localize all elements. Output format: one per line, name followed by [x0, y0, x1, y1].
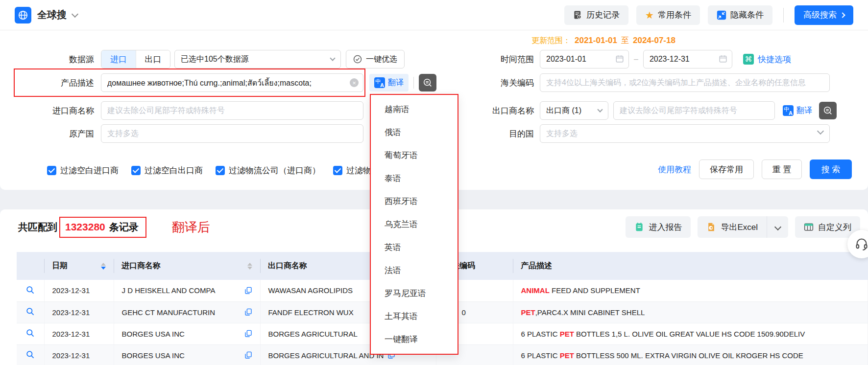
annotation-count-box: 1323280 条记录 — [59, 217, 146, 238]
menu-item-vietnamese[interactable]: 越南语 — [371, 98, 458, 121]
destination-field[interactable] — [540, 124, 830, 143]
product-desc-input[interactable] — [101, 73, 363, 92]
menu-item-turkish[interactable]: 土耳其语 — [371, 305, 458, 328]
one-key-optimize-button[interactable]: 一键优选 — [346, 50, 405, 68]
header-product-desc[interactable]: 产品描述 — [513, 252, 868, 280]
clear-icon[interactable]: × — [350, 78, 359, 87]
cell-product-desc: PET,PARC4.X MINI CABINET SHELL — [513, 301, 868, 323]
tutorial-link[interactable]: 使用教程 — [658, 164, 691, 175]
excel-file-icon — [706, 222, 716, 232]
results-actions: 进入报告 导出Excel — [626, 216, 860, 238]
filter-blank-importer[interactable]: 过滤空白进口商 — [47, 165, 119, 176]
menu-item-russian[interactable]: 俄语 — [371, 121, 458, 144]
filter-logistics-importer[interactable]: 过滤物流公司（进口商） — [216, 165, 320, 176]
app-switch-chevron-down-icon[interactable] — [72, 10, 78, 17]
globe-logo-icon — [15, 7, 31, 23]
product-desc-field[interactable]: × — [101, 73, 363, 92]
translate-icon — [783, 105, 794, 116]
search-button[interactable]: 搜 索 — [810, 160, 852, 179]
header-importer[interactable]: 进口商名称 — [114, 252, 260, 280]
menu-item-portuguese[interactable]: 葡萄牙语 — [371, 144, 458, 167]
calendar-icon — [719, 54, 727, 63]
chevron-down-icon — [597, 107, 603, 112]
cell-date: 2023-12-31 — [44, 323, 114, 344]
menu-item-romanian[interactable]: 罗马尼亚语 — [371, 282, 458, 305]
history-button[interactable]: 历史记录 — [564, 5, 628, 25]
highlight-keyword: PET — [560, 351, 574, 360]
row-detail-search-icon[interactable] — [25, 307, 35, 316]
update-range-label: 更新范围： — [531, 36, 571, 46]
menu-item-english[interactable]: 英语 — [371, 236, 458, 259]
checkbox-checked-icon[interactable] — [47, 166, 56, 175]
destination-input[interactable] — [540, 124, 830, 143]
checkbox-checked-icon[interactable] — [131, 166, 141, 175]
copy-icon[interactable] — [244, 287, 252, 295]
date-separator: – — [634, 55, 638, 64]
row-detail-search-icon[interactable] — [25, 350, 35, 359]
checkbox-checked-icon[interactable] — [216, 166, 225, 175]
checkbox-checked-icon[interactable] — [333, 166, 342, 175]
favorites-label: 常用条件 — [658, 9, 691, 21]
update-range: 更新范围： 2021-01-01 至 2024-07-18 — [531, 34, 675, 47]
save-favorite-button[interactable]: 保存常用 — [699, 160, 754, 179]
headset-icon — [855, 237, 868, 251]
menu-item-spanish[interactable]: 西班牙语 — [371, 190, 458, 213]
export-excel-label: 导出Excel — [721, 222, 758, 233]
row-detail-search-icon[interactable] — [25, 285, 35, 295]
menu-item-one-key-translate[interactable]: 一键翻译 — [371, 328, 458, 351]
cell-date: 2023-12-31 — [44, 344, 114, 365]
advanced-search-button[interactable]: 高级搜索 — [795, 5, 853, 25]
exporter-translate-button[interactable]: 翻译 — [783, 105, 812, 116]
filter-blank-exporter[interactable]: 过滤空白出口商 — [131, 165, 203, 176]
tab-import[interactable]: 进口 — [101, 50, 136, 68]
importer-input[interactable] — [101, 101, 363, 120]
translated-search-icon[interactable] — [819, 102, 837, 119]
translated-search-icon[interactable] — [419, 74, 436, 91]
export-split-button: 导出Excel — [698, 216, 788, 238]
hide-conditions-button[interactable]: 隐藏条件 — [708, 5, 772, 25]
highlight-keyword: PET — [560, 330, 574, 338]
chevron-right-icon — [840, 12, 845, 18]
date-to-field[interactable] — [643, 50, 732, 68]
hs-code-input[interactable] — [540, 73, 830, 92]
highlight-keyword: ANIMAL — [521, 286, 550, 295]
export-excel-button[interactable]: 导出Excel — [698, 216, 767, 238]
exporter-type-select[interactable]: 出口商 (1) — [540, 101, 608, 120]
data-source-select[interactable]: 已选中105个数据源 — [174, 50, 341, 68]
enter-report-button[interactable]: 进入报告 — [626, 216, 691, 238]
cell-importer: BORGES USA INC — [114, 344, 260, 365]
topbar-divider — [783, 8, 784, 23]
header-date[interactable]: 日期 — [44, 252, 114, 280]
importer-label: 进口商名称 — [15, 105, 94, 116]
tab-export[interactable]: 出口 — [136, 50, 170, 68]
export-options-chevron[interactable] — [767, 216, 788, 238]
exporter-input[interactable] — [613, 101, 775, 120]
menu-item-thai[interactable]: 泰语 — [371, 167, 458, 190]
translate-button[interactable]: 翻译 — [369, 74, 409, 91]
copy-icon[interactable] — [244, 351, 252, 359]
date-from-field[interactable] — [540, 50, 629, 68]
sort-icon-date[interactable] — [101, 263, 106, 270]
row-detail-search-icon[interactable] — [25, 328, 35, 338]
highlight-keyword: PET — [521, 308, 535, 317]
menu-item-ukrainian[interactable]: 乌克兰语 — [371, 213, 458, 236]
copy-icon[interactable] — [244, 330, 252, 338]
origin-input[interactable] — [101, 124, 363, 143]
cell-product-desc: ANIMAL FEED AND SUPPLEMENT — [513, 280, 868, 301]
collapse-icon — [717, 10, 726, 20]
header-search-col — [17, 252, 44, 280]
reset-button[interactable]: 重 置 — [762, 160, 802, 179]
copy-icon[interactable] — [244, 308, 252, 316]
quick-options-link[interactable]: ⌘ 快捷选项 — [743, 54, 791, 65]
data-source-tabs: 进口 出口 — [101, 50, 170, 68]
update-range-from: 2021-01-01 — [575, 36, 617, 46]
cell-importer: GEHC CT MANUFACTURIN — [114, 301, 260, 323]
filter-label: 过滤空白出口商 — [145, 165, 203, 176]
header-product-desc-label: 产品描述 — [521, 261, 552, 270]
cell-date: 2023-12-31 — [44, 301, 114, 323]
sort-icon-importer[interactable] — [247, 263, 252, 270]
header-importer-label: 进口商名称 — [121, 261, 161, 271]
customize-columns-label: 自定义列 — [818, 222, 851, 233]
menu-item-french[interactable]: 法语 — [371, 259, 458, 282]
favorites-button[interactable]: ★ 常用条件 — [636, 5, 700, 25]
